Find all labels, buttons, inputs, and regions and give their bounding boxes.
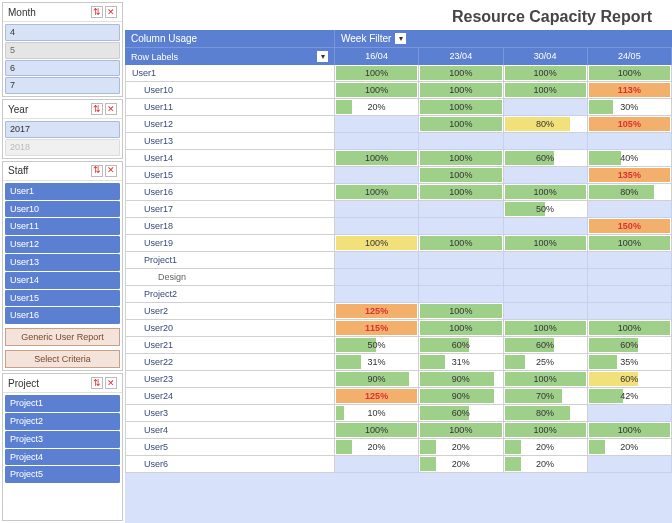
data-cell[interactable]: 80% [588,184,672,201]
col-header[interactable]: 23/04 [419,48,503,65]
data-cell[interactable] [335,201,419,218]
week-filter-dropdown-icon[interactable]: ▾ [395,33,406,44]
slicer-item[interactable]: User1 [5,183,120,200]
data-cell[interactable] [588,252,672,269]
filter-icon[interactable]: ⇅ [91,103,103,115]
data-cell[interactable]: 100% [419,303,503,320]
data-cell[interactable]: 100% [335,82,419,99]
data-cell[interactable]: 100% [419,422,503,439]
slicer-item[interactable]: User13 [5,254,120,271]
clear-filter-icon[interactable]: ✕ [105,165,117,177]
data-cell[interactable]: 31% [419,354,503,371]
slicer-item[interactable]: 5 [5,42,120,59]
data-cell[interactable] [419,133,503,150]
data-cell[interactable]: 31% [335,354,419,371]
data-cell[interactable]: 100% [504,371,588,388]
row-label[interactable]: User19 [125,235,335,252]
col-header[interactable]: 24/05 [588,48,672,65]
data-cell[interactable] [504,218,588,235]
data-cell[interactable]: 100% [419,150,503,167]
data-cell[interactable]: 100% [504,320,588,337]
data-cell[interactable]: 60% [504,150,588,167]
data-cell[interactable] [335,218,419,235]
slicer-item[interactable]: 2018 [5,139,120,156]
row-label[interactable]: User18 [125,218,335,235]
data-cell[interactable]: 35% [588,354,672,371]
data-cell[interactable]: 100% [419,235,503,252]
data-cell[interactable]: 100% [504,235,588,252]
data-cell[interactable]: 100% [419,116,503,133]
data-cell[interactable] [504,286,588,303]
data-cell[interactable]: 60% [588,371,672,388]
data-cell[interactable]: 100% [419,82,503,99]
data-cell[interactable]: 100% [335,184,419,201]
col-header[interactable]: 30/04 [504,48,588,65]
row-label[interactable]: User5 [125,439,335,456]
data-cell[interactable] [504,303,588,320]
slicer-item[interactable]: Project5 [5,466,120,483]
slicer-item[interactable]: User14 [5,272,120,289]
col-header[interactable]: 16/04 [335,48,419,65]
select-criteria-button[interactable]: Select Criteria [5,350,120,368]
row-label[interactable]: User6 [125,456,335,473]
row-label[interactable]: User14 [125,150,335,167]
row-label[interactable]: User22 [125,354,335,371]
data-cell[interactable]: 60% [419,405,503,422]
slicer-item[interactable]: Project2 [5,413,120,430]
data-cell[interactable]: 90% [419,388,503,405]
row-label[interactable]: Project1 [125,252,335,269]
data-cell[interactable] [504,133,588,150]
data-cell[interactable]: 100% [335,65,419,82]
data-cell[interactable]: 125% [335,388,419,405]
data-cell[interactable] [335,116,419,133]
data-cell[interactable]: 100% [419,184,503,201]
data-cell[interactable]: 50% [335,337,419,354]
clear-filter-icon[interactable]: ✕ [105,377,117,389]
data-cell[interactable]: 50% [504,201,588,218]
row-label[interactable]: Project2 [125,286,335,303]
data-cell[interactable] [588,405,672,422]
row-label[interactable]: User1 [125,65,335,82]
data-cell[interactable]: 113% [588,82,672,99]
row-label[interactable]: User15 [125,167,335,184]
data-cell[interactable]: 100% [504,184,588,201]
data-cell[interactable] [419,286,503,303]
data-cell[interactable] [335,167,419,184]
data-cell[interactable]: 100% [419,167,503,184]
row-labels-header[interactable]: Row Labels ▾ [125,48,335,65]
data-cell[interactable]: 115% [335,320,419,337]
data-cell[interactable]: 42% [588,388,672,405]
slicer-item[interactable]: User10 [5,201,120,218]
data-cell[interactable] [335,133,419,150]
filter-icon[interactable]: ⇅ [91,377,103,389]
row-label[interactable]: User20 [125,320,335,337]
slicer-item[interactable]: 2017 [5,121,120,138]
data-cell[interactable]: 100% [335,150,419,167]
data-cell[interactable]: 20% [504,456,588,473]
data-cell[interactable]: 20% [504,439,588,456]
slicer-item[interactable]: Project3 [5,431,120,448]
data-cell[interactable]: 40% [588,150,672,167]
data-cell[interactable] [419,269,503,286]
generic-user-report-button[interactable]: Generic User Report [5,328,120,346]
data-cell[interactable]: 100% [419,65,503,82]
data-cell[interactable] [588,201,672,218]
row-labels-dropdown-icon[interactable]: ▾ [317,51,328,62]
row-label[interactable]: User21 [125,337,335,354]
data-cell[interactable] [335,456,419,473]
data-cell[interactable] [419,218,503,235]
data-cell[interactable]: 100% [588,65,672,82]
data-cell[interactable]: 80% [504,405,588,422]
data-cell[interactable]: 125% [335,303,419,320]
slicer-item[interactable]: User12 [5,236,120,253]
data-cell[interactable] [335,286,419,303]
data-cell[interactable] [588,133,672,150]
data-cell[interactable] [504,269,588,286]
row-label[interactable]: User16 [125,184,335,201]
data-cell[interactable] [419,252,503,269]
row-label[interactable]: User10 [125,82,335,99]
data-cell[interactable] [419,201,503,218]
data-cell[interactable]: 100% [504,422,588,439]
data-cell[interactable]: 100% [419,99,503,116]
row-label[interactable]: User12 [125,116,335,133]
